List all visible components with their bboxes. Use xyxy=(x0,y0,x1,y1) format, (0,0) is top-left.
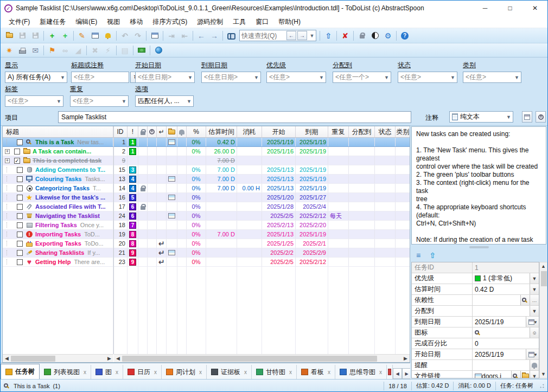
column-header-assign[interactable]: 分配到 xyxy=(349,126,375,137)
task-row[interactable]: Adding Comments to T...1530%7.00 D2025/1… xyxy=(3,165,410,175)
filter-select[interactable]: <任意>▼ xyxy=(463,72,521,83)
icon-picker-button[interactable]: ☺ xyxy=(530,327,539,338)
attribute-value[interactable] xyxy=(473,306,530,316)
attribute-value[interactable] xyxy=(473,327,530,338)
filter-select[interactable]: <任意>▼ xyxy=(5,95,63,107)
resize-grip[interactable] xyxy=(540,384,544,388)
column-header-recurText[interactable]: 重复 xyxy=(328,126,349,137)
filter-select[interactable]: <任意>▼ xyxy=(266,72,326,83)
attribute-value[interactable]: 1 xyxy=(473,262,539,273)
task-checkbox[interactable] xyxy=(17,222,23,228)
sort-button[interactable]: ⇧ xyxy=(322,30,335,42)
tab-列表视图[interactable]: 列表视图x xyxy=(40,365,91,379)
task-checkbox[interactable] xyxy=(17,204,23,210)
attribute-value[interactable]: 2025/1/19 xyxy=(473,317,526,327)
task-row[interactable]: This is a TaskNew tas...110%0.42 D2025/1… xyxy=(3,138,410,147)
save-all-button[interactable] xyxy=(29,30,42,42)
column-header-spent[interactable]: 消耗 xyxy=(237,126,262,137)
task-row[interactable]: Categorizing TasksT...1440%7.00 D0.00 H2… xyxy=(3,184,410,193)
move-task-left-button[interactable]: ⇤ xyxy=(178,30,191,42)
menu-item[interactable]: 新建任务 xyxy=(35,16,71,28)
menu-item[interactable]: 帮助(H) xyxy=(273,16,305,28)
task-row[interactable]: +✓This is a completed task97.00 D xyxy=(3,156,410,165)
attribute-value[interactable]: doors.j xyxy=(473,371,511,378)
group-attributes-button[interactable]: ≡ xyxy=(412,249,424,261)
scroll-thumb[interactable] xyxy=(11,356,55,362)
open-tasklist-button[interactable] xyxy=(3,30,16,42)
email-button[interactable]: ✉ xyxy=(29,44,42,56)
column-header-est[interactable]: 估算时间 xyxy=(206,126,237,137)
filter-select[interactable]: <任意日期>▼ xyxy=(135,72,195,83)
quick-find-next-button[interactable]: → xyxy=(297,31,307,40)
task-row[interactable]: Sharing TasklistsIf y...219↵0%2025/2/220… xyxy=(3,248,410,258)
attribute-value[interactable] xyxy=(473,360,530,370)
comments-panel[interactable]: New tasks can be created using: 1. The '… xyxy=(411,126,546,245)
menu-item[interactable]: 窗口 xyxy=(251,16,273,28)
dropdown-button[interactable]: ▼ xyxy=(530,273,539,284)
task-checkbox[interactable] xyxy=(17,176,23,182)
comments-clock-tool-button[interactable] xyxy=(536,111,546,123)
lock-tasklist-button[interactable] xyxy=(355,30,368,42)
maximize-view-button[interactable] xyxy=(148,30,161,42)
new-task-button[interactable]: + xyxy=(46,30,59,42)
preferences-button[interactable]: ⚙ xyxy=(381,30,394,42)
scroll-thumb[interactable] xyxy=(122,356,377,362)
filter-select[interactable]: A) 所有任务(A)▼ xyxy=(5,72,67,83)
expand-icon[interactable]: + xyxy=(5,158,10,163)
close-button[interactable]: ✕ xyxy=(522,1,547,16)
scroll-up-icon[interactable]: ▲ xyxy=(540,262,547,270)
tab-看板[interactable]: 看板x xyxy=(297,365,335,379)
expand-icon[interactable]: + xyxy=(5,149,10,154)
attribute-value[interactable]: 2025/1/19 xyxy=(473,349,526,359)
find-button[interactable] xyxy=(520,295,530,305)
comments-format-select[interactable]: 纯文本 ▼ xyxy=(449,111,513,123)
link-task-button[interactable]: ∞ xyxy=(59,44,72,56)
task-checkbox[interactable] xyxy=(14,149,20,155)
close-icon[interactable]: x xyxy=(244,369,247,375)
browse-button[interactable]: … xyxy=(530,295,539,305)
filter-select[interactable]: <任意>▼ xyxy=(70,95,129,107)
close-icon[interactable]: x xyxy=(116,369,118,375)
attribute-value[interactable]: 0.42 D xyxy=(473,284,530,294)
scroll-right-icon[interactable]: ▶ xyxy=(105,355,113,363)
chevron-down-icon[interactable]: ▼ xyxy=(308,33,316,38)
task-row[interactable]: Exporting TasksToDo...208↵0%2025/1/25202… xyxy=(3,239,410,248)
task-checkbox[interactable] xyxy=(17,139,23,145)
attribute-value[interactable]: 0 xyxy=(473,338,539,349)
toggle-dark-mode-button[interactable] xyxy=(368,30,381,42)
new-features-button[interactable]: ✷ xyxy=(3,44,16,56)
log-button[interactable]: ▤ xyxy=(118,44,131,56)
browse-file-button[interactable] xyxy=(520,371,530,378)
task-checkbox[interactable] xyxy=(17,213,23,219)
task-row[interactable]: ★Likewise for the task's ...1650%2025/1/… xyxy=(3,193,410,202)
column-header-lock[interactable] xyxy=(138,126,148,137)
column-header-recur[interactable]: ↵ xyxy=(157,126,167,137)
scroll-left-icon[interactable]: ◀ xyxy=(3,355,11,363)
tab-scroll-left-button[interactable]: ◀ xyxy=(393,368,402,379)
web-button[interactable] xyxy=(152,44,165,56)
print-button[interactable] xyxy=(16,44,29,56)
next-task-button[interactable]: → xyxy=(208,30,221,42)
task-row[interactable]: !Importing TasksToD...1980%7.00 D2025/1/… xyxy=(3,230,410,239)
flag-task-button[interactable]: ⚑ xyxy=(46,44,59,56)
donate-button[interactable] xyxy=(135,44,148,56)
minimize-button[interactable]: ─ xyxy=(473,1,498,16)
column-header-pri[interactable]: ! xyxy=(128,126,138,137)
new-subtask-button[interactable]: + xyxy=(59,30,72,42)
tab-图[interactable]: 图x xyxy=(91,365,123,379)
scroll-right-icon[interactable]: ▶ xyxy=(402,355,410,363)
tab-partial[interactable] xyxy=(387,365,393,379)
move-task-right-button[interactable]: ⇥ xyxy=(165,30,178,42)
scroll-left-icon[interactable]: ◀ xyxy=(114,355,122,363)
column-header-due[interactable]: 到期 xyxy=(296,126,328,137)
spin-button[interactable]: ▼ xyxy=(530,284,539,294)
quick-find-input[interactable] xyxy=(240,32,286,40)
close-icon[interactable]: x xyxy=(199,369,202,375)
task-row[interactable]: Associated Files with T...1760%2025/1/28… xyxy=(3,202,410,211)
close-icon[interactable]: x xyxy=(379,369,382,375)
tab-思维导图[interactable]: 思维导图x xyxy=(335,365,387,379)
cancel-button[interactable]: ✖ xyxy=(88,44,101,56)
tab-周计划[interactable]: 周计划x xyxy=(162,365,207,379)
attribute-value[interactable]: 1 (非常低) xyxy=(473,273,530,284)
calendar-button[interactable]: ▾ xyxy=(526,349,539,359)
